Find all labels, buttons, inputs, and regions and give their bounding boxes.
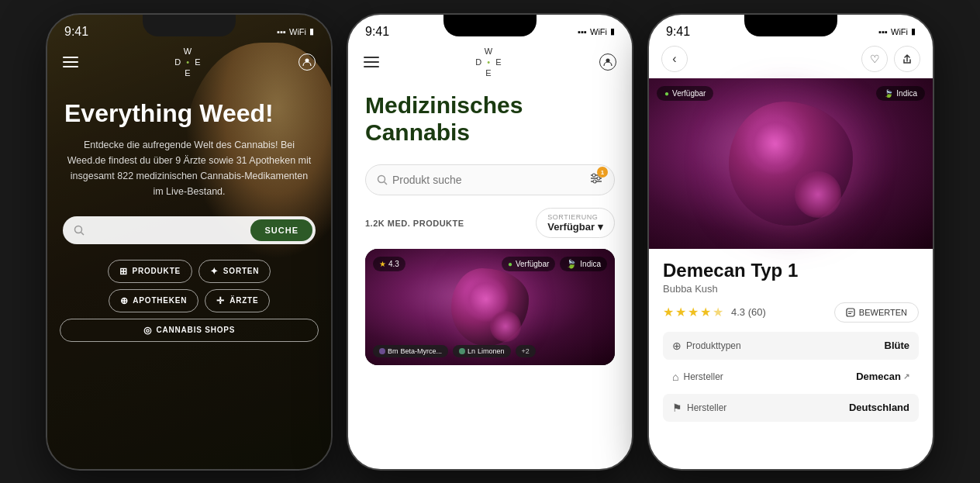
menu-button-2[interactable] [364,57,379,67]
produkte-label: PRODUKTE [133,267,181,275]
card-badge-row-2: ★ 4.3 ● Verfügbar 🍃 Indica [373,257,607,271]
terpene-2: Ln Limonen [453,345,511,357]
star-icon-2: ★ [379,260,386,268]
category-buttons: ⊞ PRODUKTE ✦ SORTEN ⊕ APOTHEKEN ✛ ÄRZTE … [47,252,331,350]
hersteller-label: ⌂ Hersteller [672,371,723,383]
menu-button-1[interactable] [63,57,78,67]
nav-bar-1: W D • E E [47,43,331,85]
phone-2: 9:41 ▪▪▪ WiFi ▮ W D • E E Medizinisches … [347,13,633,471]
sorten-label: SORTEN [223,267,259,275]
available-dot-2: ● [508,260,512,268]
battery-icon: ▮ [309,26,314,36]
product-card-2[interactable]: ★ 4.3 ● Verfügbar 🍃 Indica [365,249,615,365]
rating-badge-2: ★ 4.3 [373,257,405,271]
user-icon-1[interactable] [298,53,316,71]
category-produkte[interactable]: ⊞ PRODUKTE [108,260,192,283]
person-icon [302,57,312,67]
person-icon-2 [603,57,612,67]
aerzte-label: ÄRZTE [229,296,258,305]
notch-2 [443,15,537,36]
svg-point-4 [378,176,385,183]
status-time-2: 9:41 [365,25,389,39]
favorite-button[interactable]: ♡ [861,46,888,72]
signal-icon-2: ▪▪▪ [578,27,587,36]
category-sorten[interactable]: ✦ SORTEN [198,260,271,283]
chevron-down-icon: ▾ [598,221,603,233]
top-nav-3: ‹ ♡ [649,43,933,78]
product-bud-visual [729,102,853,226]
wifi-icon-3: WiFi [891,27,908,36]
products-row: 1.2K MED. PRODUKTE SORTIERUNG Verfügbar … [365,208,615,238]
stars: ★ ★ ★ ★ ★ [663,305,723,319]
available-badge-3: ● Verfügbar [657,86,713,101]
leaf-icon-3: 🍃 [884,89,893,98]
detail-row-land: ⚑ Hersteller Deutschland [663,394,919,422]
star-3: ★ [688,305,699,319]
rating-value: 4.3 (60) [731,306,766,318]
detail-row-hersteller: ⌂ Hersteller Demecan ↗ [663,363,919,391]
star-2: ★ [675,305,686,319]
available-dot-3: ● [664,89,669,98]
sort-dropdown[interactable]: SORTIERUNG Verfügbar ▾ [536,208,615,238]
hero-title: Everything Weed! [64,100,314,127]
detail-row-produkttyp: ⊕ Produkttypen Blüte [663,332,919,360]
search-input-1[interactable] [85,216,250,244]
search-button-1[interactable]: SUCHE [250,219,312,241]
action-buttons: ♡ [861,46,920,72]
search-bar-2: 1 [365,164,615,195]
status-icons-3: ▪▪▪ WiFi ▮ [878,26,916,36]
search-icon-2 [377,174,388,185]
signal-icon: ▪▪▪ [277,27,286,36]
terpene-dot-1 [379,348,385,354]
search-input-2[interactable] [392,174,589,186]
notch-3 [744,15,837,36]
terpene-more: +2 [516,345,536,357]
sorten-icon: ✦ [210,266,219,277]
battery-icon-2: ▮ [610,26,615,36]
status-time-1: 9:41 [64,25,88,39]
bewerten-button[interactable]: BEWERTEN [834,302,919,323]
external-link-icon: ↗ [903,372,909,381]
terpene-badges-2: Bm Beta-Myrce... Ln Limonen +2 [373,345,536,357]
star-1: ★ [663,305,674,319]
hero-badges: ● Verfügbar 🍃 Indica [657,86,925,101]
battery-icon-3: ▮ [911,26,916,36]
product-detail: Demecan Typ 1 Bubba Kush ★ ★ ★ ★ ★ 4.3 (… [649,249,933,436]
apotheken-icon: ⊕ [120,295,129,306]
produkttyp-icon: ⊕ [672,340,682,352]
type-badge-3: 🍃 Indica [876,86,925,101]
back-button[interactable]: ‹ [661,46,688,72]
products-count: 1.2K MED. PRODUKTE [365,219,464,228]
status-icons-2: ▪▪▪ WiFi ▮ [578,26,615,36]
share-icon [902,53,913,64]
hersteller-value: Demecan ↗ [856,371,909,382]
shops-icon: ◎ [143,325,152,336]
product-name: Demecan Typ 1 [663,260,919,281]
category-apotheken[interactable]: ⊕ APOTHEKEN [109,289,199,312]
svg-point-10 [597,177,600,180]
product-strain: Bubba Kush [663,283,919,295]
land-icon: ⚑ [672,402,682,414]
status-icons-1: ▪▪▪ WiFi ▮ [277,26,314,36]
filter-button[interactable]: 1 [589,171,603,188]
apotheken-label: APOTHEKEN [133,296,187,305]
notch-1 [143,15,236,36]
search-icon-1 [74,225,85,236]
phone-3: 9:41 ▪▪▪ WiFi ▮ ‹ ♡ ● Verfügbar [647,13,934,471]
product-image-2: ★ 4.3 ● Verfügbar 🍃 Indica [365,249,615,365]
category-aerzte[interactable]: ✛ ÄRZTE [205,289,270,312]
produkte-icon: ⊞ [119,266,128,277]
phone-1: 9:41 ▪▪▪ WiFi ▮ W D • E E [46,13,333,471]
hero-section: Everything Weed! Entdecke die aufregende… [47,85,331,208]
wifi-icon: WiFi [289,27,306,36]
share-button[interactable] [894,46,920,72]
user-icon-2[interactable] [599,53,616,71]
logo-1: W D • E E [174,46,202,79]
category-cannabis-shops[interactable]: ◎ CANNABIS SHOPS [60,319,319,342]
product-hero: ● Verfügbar 🍃 Indica [649,78,933,249]
land-label: ⚑ Hersteller [672,402,726,414]
signal-icon-3: ▪▪▪ [878,27,888,36]
hero-subtitle: Entdecke die aufregende Welt des Cannabi… [64,137,314,199]
filter-badge: 1 [597,167,608,178]
phone-2-main: Medizinisches Cannabis 1 [348,85,632,373]
